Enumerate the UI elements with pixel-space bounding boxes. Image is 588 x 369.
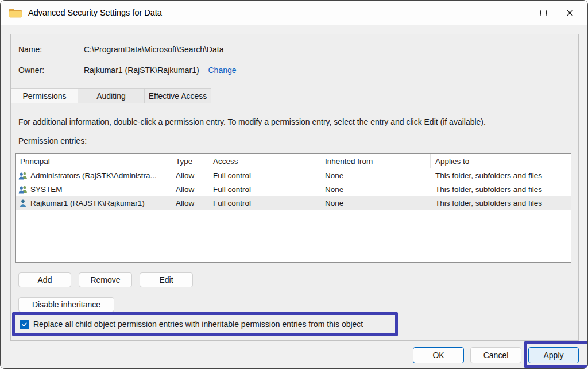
edit-button[interactable]: Edit — [140, 272, 193, 287]
entry-inherited-from: None — [320, 185, 431, 194]
principal-name: SYSTEM — [30, 185, 63, 194]
replace-permissions-label: Replace all child object permission entr… — [33, 320, 363, 329]
table-row[interactable]: SYSTEM Allow Full control None This fold… — [16, 182, 571, 196]
column-header-principal[interactable]: Principal — [16, 154, 171, 168]
permission-entries-label: Permission entries: — [18, 136, 87, 145]
column-header-access[interactable]: Access — [208, 154, 320, 168]
title-bar: Advanced Security Settings for Data — [1, 1, 587, 25]
tab-permissions[interactable]: Permissions — [11, 88, 78, 103]
minimize-button[interactable] — [504, 1, 530, 25]
entry-inherited-from: None — [320, 171, 431, 180]
maximize-button[interactable] — [530, 1, 556, 25]
disable-inheritance-button[interactable]: Disable inheritance — [18, 297, 114, 312]
table-row-selected[interactable]: Rajkumar1 (RAJSTK\Rajkumar1) Allow Full … — [16, 196, 571, 210]
entry-type: Allow — [171, 171, 208, 180]
close-icon — [566, 9, 574, 17]
remove-button[interactable]: Remove — [79, 272, 132, 287]
user-icon — [18, 199, 28, 207]
maximize-icon — [540, 10, 547, 16]
table-row[interactable]: Administrators (RajSTK\Administra... All… — [16, 168, 571, 182]
replace-permissions-checkbox[interactable] — [20, 320, 29, 329]
replace-permissions-annotation-box: Replace all child object permission entr… — [12, 312, 398, 336]
name-label: Name: — [18, 45, 82, 54]
window-title: Advanced Security Settings for Data — [28, 8, 162, 17]
table-header: Principal Type Access Inherited from App… — [16, 154, 571, 168]
permission-entries-table: Principal Type Access Inherited from App… — [15, 153, 571, 263]
folder-icon — [9, 8, 22, 18]
window-controls — [504, 1, 583, 25]
entry-access: Full control — [208, 199, 320, 207]
users-icon — [18, 171, 28, 180]
owner-value: Rajkumar1 (RajSTK\Rajkumar1) — [84, 66, 199, 75]
principal-name: Administrators (RajSTK\Administra... — [30, 171, 157, 180]
add-button[interactable]: Add — [18, 272, 71, 287]
name-row: Name: C:\ProgramData\Microsoft\Search\Da… — [18, 45, 223, 54]
column-header-type[interactable]: Type — [171, 154, 208, 168]
checkmark-icon — [21, 321, 28, 328]
principal-name: Rajkumar1 (RAJSTK\Rajkumar1) — [30, 199, 145, 207]
apply-button[interactable]: Apply — [528, 347, 579, 363]
column-header-inherited-from[interactable]: Inherited from — [320, 154, 431, 168]
close-button[interactable] — [556, 1, 583, 25]
name-value: C:\ProgramData\Microsoft\Search\Data — [84, 45, 224, 54]
ok-button[interactable]: OK — [413, 347, 464, 363]
change-owner-link[interactable]: Change — [208, 66, 237, 75]
entry-applies-to: This folder, subfolders and files — [431, 199, 571, 207]
owner-row: Owner: Rajkumar1 (RajSTK\Rajkumar1) Chan… — [18, 66, 237, 75]
entry-inherited-from: None — [320, 199, 431, 207]
advanced-security-settings-dialog: Advanced Security Settings for Data Name… — [0, 0, 588, 369]
users-icon — [18, 185, 28, 194]
info-text: For additional information, double-click… — [18, 117, 486, 126]
entry-applies-to: This folder, subfolders and files — [431, 171, 571, 180]
entry-access: Full control — [208, 171, 320, 180]
owner-label: Owner: — [18, 66, 82, 75]
main-panel: Name: C:\ProgramData\Microsoft\Search\Da… — [10, 34, 579, 341]
tab-strip: Permissions Auditing Effective Access — [11, 88, 579, 103]
entry-access: Full control — [208, 185, 320, 194]
cancel-button[interactable]: Cancel — [470, 347, 521, 363]
tab-auditing[interactable]: Auditing — [78, 88, 145, 103]
entry-type: Allow — [171, 199, 208, 207]
tab-effective-access[interactable]: Effective Access — [144, 88, 211, 103]
entry-applies-to: This folder, subfolders and files — [431, 185, 571, 194]
minimize-icon — [514, 13, 520, 13]
column-header-applies-to[interactable]: Applies to — [431, 154, 571, 168]
entry-type: Allow — [171, 185, 208, 194]
